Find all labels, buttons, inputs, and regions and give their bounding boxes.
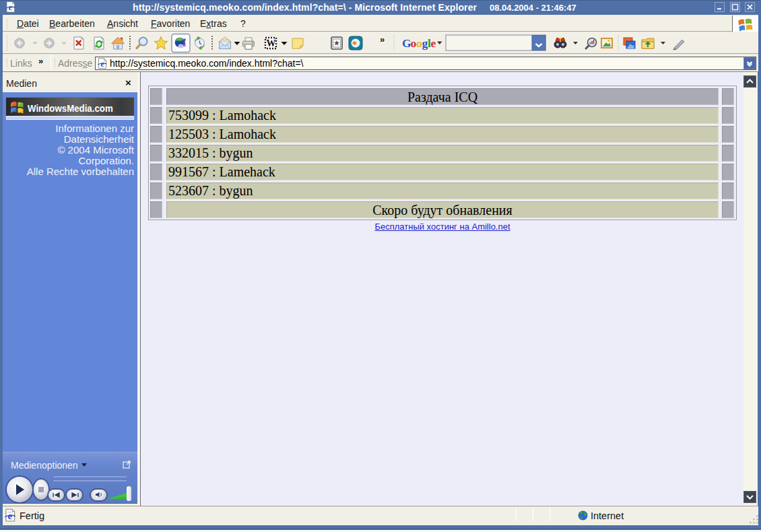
- svg-text:»: »: [380, 34, 385, 44]
- svg-text:e: e: [431, 36, 436, 50]
- svg-text:W: W: [267, 38, 276, 48]
